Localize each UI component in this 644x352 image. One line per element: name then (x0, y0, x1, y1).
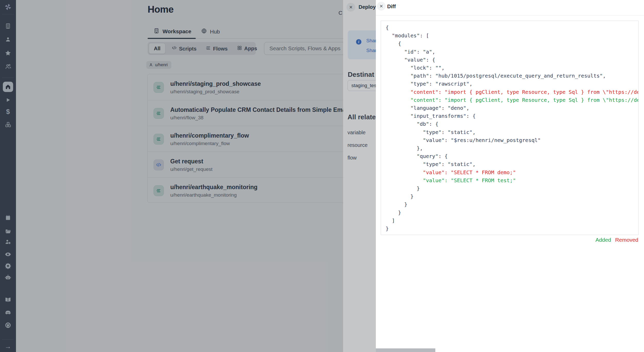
diff-line: } (386, 192, 638, 200)
close-icon[interactable]: ✕ (377, 2, 386, 11)
diff-line: } (386, 209, 638, 217)
diff-line: } (386, 185, 638, 192)
diff-line: { (386, 40, 638, 48)
diff-line: "input_transforms": { (386, 112, 638, 120)
diff-line-added: "value": "SELECT * FROM test;" (386, 177, 638, 185)
diff-line: "value": { (386, 56, 638, 64)
diff-line: "lock": "", (386, 64, 638, 72)
legend-added: Added (595, 237, 611, 243)
diff-line: { (386, 24, 638, 32)
diff-line-removed: "content": "import { pgClient, type Reso… (386, 88, 638, 96)
horizontal-scrollbar[interactable] (376, 348, 435, 352)
diff-drawer-title: Diff (387, 4, 396, 10)
diff-line: "language": "deno", (386, 104, 638, 112)
diff-line: "modules": [ (386, 32, 638, 40)
diff-line: "db": { (386, 120, 638, 128)
diff-line: "query": { (386, 152, 638, 160)
diff-line: } (386, 200, 638, 208)
diff-line: "type": "rawscript", (386, 80, 638, 88)
diff-line: "type": "static", (386, 128, 638, 136)
diff-line: "type": "static", (386, 160, 638, 168)
header-divider (376, 15, 644, 15)
diff-line-added: "content": "import { pgClient, type Reso… (386, 96, 638, 104)
legend-removed: Removed (615, 237, 638, 243)
diff-code-viewer[interactable]: { "modules": [ { "id": "a", "value": { "… (381, 21, 639, 235)
diff-legend: Added Removed (595, 237, 638, 243)
diff-line: ] (386, 217, 638, 225)
diff-line: "path": "hub/1015/postgresql/execute_que… (386, 72, 638, 80)
diff-line-removed: "value": "SELECT * FROM demo;" (386, 169, 638, 177)
diff-line: "id": "a", (386, 48, 638, 56)
diff-line: }, (386, 144, 638, 152)
diff-line: "value": "$res:u/henri/new_postgresql" (386, 136, 638, 144)
diff-line: } (386, 225, 638, 233)
diff-drawer: ✕ Diff { "modules": [ { "id": "a", "valu… (376, 0, 644, 352)
